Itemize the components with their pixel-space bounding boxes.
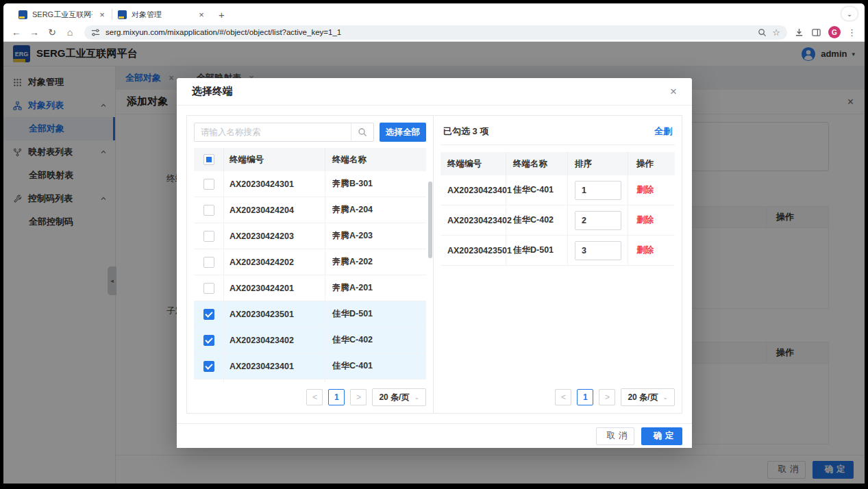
left-pagination: < 1 > 20 条/页 ⌄	[194, 382, 426, 406]
tab-title: 对象管理	[132, 10, 192, 20]
column-terminal-name: 终端名称	[325, 154, 426, 166]
row-checkbox[interactable]	[203, 309, 214, 320]
terminal-picker-panel: 选择全部 终端编号 终端名称 AX202304	[187, 116, 434, 413]
terminal-name: 奔腾A-202	[325, 256, 426, 268]
page-1-button[interactable]: 1	[577, 389, 593, 405]
selected-terminals-panel: 已勾选 3 项 全删 终端编号 终端名称 排序 操作	[434, 116, 682, 413]
sort-input[interactable]	[575, 241, 621, 260]
tab-close-icon[interactable]	[97, 10, 107, 19]
search-box	[194, 123, 374, 142]
dialog-close-icon[interactable]	[670, 86, 677, 97]
terminal-row[interactable]: AX20230424203 奔腾A-203	[194, 223, 426, 249]
site-settings-icon[interactable]	[91, 28, 100, 37]
selected-terminal-row: AX20230423402 佳华C-402 删除	[441, 205, 675, 236]
url-text: serg.mixyun.com/mixapplication/#/object/…	[106, 28, 752, 36]
page-1-button[interactable]: 1	[328, 389, 345, 405]
browser-window: SERG工业互联网平台 对象管理 + ⌄ ← → ↻ ⌂ serg.mixyun…	[3, 3, 865, 484]
terminal-id: AX20230423402	[224, 327, 325, 353]
column-action: 操作	[628, 158, 675, 170]
prev-page-button[interactable]: <	[306, 389, 323, 405]
selected-terminal-row: AX20230423401 佳华C-401 删除	[441, 175, 675, 205]
column-terminal-id: 终端编号	[224, 148, 325, 171]
browser-profile-avatar[interactable]: G	[828, 26, 841, 38]
terminal-row[interactable]: AX20230423401 佳华C-401	[194, 353, 426, 379]
column-terminal-name: 终端名称	[506, 152, 568, 175]
row-checkbox[interactable]	[203, 205, 214, 216]
terminal-name: 佳华D-501	[506, 236, 568, 265]
terminal-name: 奔腾B-301	[325, 178, 426, 190]
terminal-row[interactable]: AX20230424202 奔腾A-202	[194, 249, 426, 275]
delete-link[interactable]: 删除	[636, 245, 654, 255]
terminal-row[interactable]: AX20230424201 奔腾A-201	[194, 275, 426, 301]
next-page-button[interactable]: >	[350, 389, 367, 405]
select-all-button[interactable]: 选择全部	[380, 123, 426, 142]
terminal-row[interactable]: AX20230423501 佳华D-501	[194, 301, 426, 327]
back-icon[interactable]: ←	[9, 25, 24, 40]
terminal-id: AX20230424203	[224, 223, 325, 249]
clear-all-link[interactable]: 全删	[654, 125, 672, 138]
row-checkbox[interactable]	[203, 361, 214, 372]
delete-link[interactable]: 删除	[636, 215, 654, 225]
browser-tab-1[interactable]: SERG工业互联网平台	[13, 6, 112, 23]
terminal-row[interactable]: AX20230423402 佳华C-402	[194, 327, 426, 353]
terminal-id: AX20230424204	[224, 197, 325, 223]
downloads-icon[interactable]	[794, 27, 804, 38]
side-panel-icon[interactable]	[811, 27, 821, 38]
browser-toolbar: ← → ↻ ⌂ serg.mixyun.com/mixapplication/#…	[3, 23, 865, 42]
new-tab-button[interactable]: +	[219, 9, 225, 21]
terminal-name: 奔腾A-201	[325, 282, 426, 294]
terminal-id: AX20230423402	[441, 205, 506, 235]
favicon	[118, 10, 127, 19]
row-checkbox[interactable]	[203, 231, 214, 242]
selected-terminal-list: AX20230423401 佳华C-401 删除 AX20230423402 佳…	[441, 175, 675, 266]
chevron-down-icon: ⌄	[414, 394, 419, 401]
dialog-ok-button[interactable]: 确定	[641, 427, 682, 445]
terminal-id: AX20230423501	[441, 236, 506, 265]
page-size-select[interactable]: 20 条/页 ⌄	[372, 388, 426, 406]
browser-menu-icon[interactable]: ⋮	[847, 27, 856, 38]
search-icon[interactable]	[351, 123, 373, 141]
search-input[interactable]	[195, 123, 351, 141]
terminal-name: 佳华C-402	[325, 334, 426, 346]
reload-icon[interactable]: ↻	[45, 25, 60, 40]
browser-tabstrip: SERG工业互联网平台 对象管理 + ⌄	[3, 3, 865, 23]
terminal-row[interactable]: AX20230424204 奔腾A-204	[194, 197, 426, 223]
prev-page-button[interactable]: <	[555, 389, 571, 405]
row-checkbox[interactable]	[203, 335, 214, 346]
forward-icon[interactable]: →	[27, 25, 42, 40]
home-icon[interactable]: ⌂	[62, 25, 77, 40]
zoom-icon[interactable]	[758, 28, 767, 37]
terminal-row[interactable]: AX20230423301 佳华B-301	[194, 379, 426, 382]
selected-table-header: 终端编号 终端名称 排序 操作	[441, 152, 675, 175]
sort-input[interactable]	[575, 181, 621, 200]
page-size-select[interactable]: 20 条/页 ⌄	[621, 388, 675, 406]
web-page: ERG SERG工业互联网平台 admin ▾ 对象管理	[3, 42, 865, 484]
right-pagination: < 1 > 20 条/页 ⌄	[441, 382, 675, 406]
select-all-checkbox[interactable]	[203, 154, 214, 165]
tab-search-chevron-icon[interactable]: ⌄	[841, 7, 858, 21]
terminal-id: AX20230423501	[224, 301, 325, 327]
terminal-row[interactable]: AX20230424301 奔腾B-301	[194, 171, 426, 197]
terminal-id: AX20230423401	[224, 353, 325, 379]
terminal-id: AX20230424202	[224, 249, 325, 275]
dialog-cancel-button[interactable]: 取消	[596, 427, 634, 445]
column-terminal-id: 终端编号	[441, 152, 506, 175]
chevron-down-icon: ⌄	[662, 394, 668, 401]
row-checkbox[interactable]	[203, 257, 214, 268]
dialog-title: 选择终端	[192, 85, 233, 98]
next-page-button[interactable]: >	[599, 389, 615, 405]
row-checkbox[interactable]	[203, 179, 214, 190]
row-checkbox[interactable]	[203, 283, 214, 294]
terminal-name: 奔腾A-203	[325, 230, 426, 242]
url-bar[interactable]: serg.mixyun.com/mixapplication/#/object/…	[84, 25, 787, 40]
bookmark-star-icon[interactable]: ☆	[772, 27, 780, 38]
scrollbar-thumb[interactable]	[428, 181, 432, 258]
sort-input[interactable]	[575, 211, 621, 230]
browser-tab-2-active[interactable]: 对象管理	[112, 6, 212, 23]
terminal-id: AX20230424201	[224, 275, 325, 301]
terminal-name: 佳华C-401	[325, 360, 426, 372]
selected-count-text: 已勾选 3 项	[443, 125, 488, 138]
terminal-id: AX20230423401	[441, 175, 506, 205]
tab-close-icon[interactable]	[197, 10, 206, 19]
delete-link[interactable]: 删除	[636, 185, 654, 195]
